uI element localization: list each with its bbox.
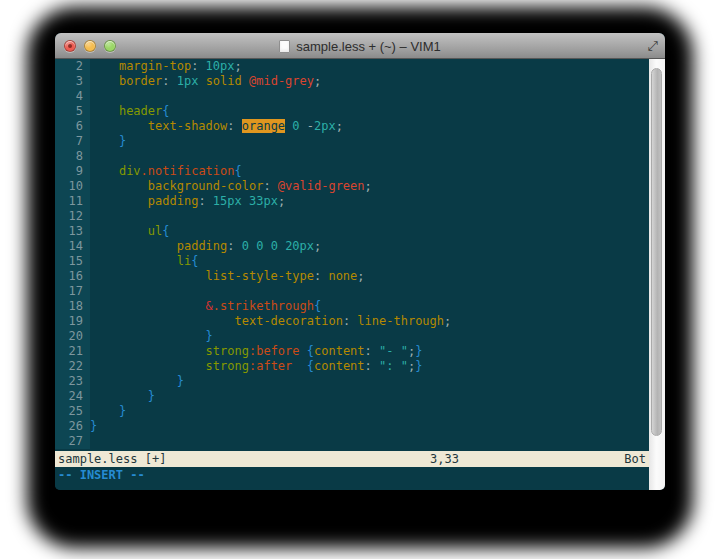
code-line[interactable]: 19 text-decoration: line-through;	[55, 314, 649, 329]
code-line[interactable]: 17	[55, 284, 649, 299]
code-text: li{	[90, 254, 198, 269]
editor-column: 2 margin-top: 10px;3 border: 1px solid @…	[55, 59, 649, 490]
line-number: 9	[55, 164, 90, 179]
line-number: 7	[55, 134, 90, 149]
line-number: 26	[55, 419, 90, 434]
line-number: 18	[55, 299, 90, 314]
scrollbar-track[interactable]	[649, 59, 665, 490]
code-line[interactable]: 24 }	[55, 389, 649, 404]
line-number: 8	[55, 149, 90, 164]
line-number: 13	[55, 224, 90, 239]
code-text: }	[90, 134, 126, 149]
code-line[interactable]: 15 li{	[55, 254, 649, 269]
line-number: 21	[55, 344, 90, 359]
status-scroll-position: Bot	[624, 451, 646, 467]
code-line[interactable]: 7 }	[55, 134, 649, 149]
line-number: 2	[55, 59, 90, 74]
code-line[interactable]: 14 padding: 0 0 0 20px;	[55, 239, 649, 254]
line-number: 16	[55, 269, 90, 284]
code-text: padding: 0 0 0 20px;	[90, 239, 321, 254]
line-number: 25	[55, 404, 90, 419]
code-text: &.strikethrough{	[90, 299, 321, 314]
line-number: 20	[55, 329, 90, 344]
code-line[interactable]: 23 }	[55, 374, 649, 389]
code-text: strong:before {content: "- ";}	[90, 344, 422, 359]
line-number: 6	[55, 119, 90, 134]
code-line[interactable]: 18 &.strikethrough{	[55, 299, 649, 314]
code-text: strong:after {content: ": ";}	[90, 359, 422, 374]
vim-window: sample.less + (~) – VIM1 ⤢ 2 margin-top:…	[55, 33, 665, 490]
line-number: 14	[55, 239, 90, 254]
fullscreen-icon[interactable]: ⤢	[648, 38, 658, 54]
line-number: 22	[55, 359, 90, 374]
titlebar[interactable]: sample.less + (~) – VIM1 ⤢	[55, 33, 665, 59]
code-text: }	[90, 329, 213, 344]
command-line: -- INSERT --	[55, 467, 649, 483]
code-text: }	[90, 404, 126, 419]
code-text: padding: 15px 33px;	[90, 194, 285, 209]
line-number: 23	[55, 374, 90, 389]
line-number: 19	[55, 314, 90, 329]
code-line[interactable]: 11 padding: 15px 33px;	[55, 194, 649, 209]
line-number: 10	[55, 179, 90, 194]
status-cursor-position: 3,33	[430, 451, 459, 467]
code-line[interactable]: 21 strong:before {content: "- ";}	[55, 344, 649, 359]
code-line[interactable]: 27	[55, 434, 649, 449]
code-line[interactable]: 2 margin-top: 10px;	[55, 59, 649, 74]
code-text: margin-top: 10px;	[90, 59, 242, 74]
code-text: header{	[90, 104, 170, 119]
code-text: text-shadow: orange 0 -2px;	[90, 119, 343, 134]
code-line[interactable]: 3 border: 1px solid @mid-grey;	[55, 74, 649, 89]
line-number: 11	[55, 194, 90, 209]
code-line[interactable]: 9 div.notification{	[55, 164, 649, 179]
code-line[interactable]: 6 text-shadow: orange 0 -2px;	[55, 119, 649, 134]
editor-main: 2 margin-top: 10px;3 border: 1px solid @…	[55, 59, 665, 490]
code-text: div.notification{	[90, 164, 242, 179]
line-number: 12	[55, 209, 90, 224]
code-line[interactable]: 22 strong:after {content: ": ";}	[55, 359, 649, 374]
code-line[interactable]: 5 header{	[55, 104, 649, 119]
code-line[interactable]: 12	[55, 209, 649, 224]
line-number: 17	[55, 284, 90, 299]
line-number: 4	[55, 89, 90, 104]
code-line[interactable]: 13 ul{	[55, 224, 649, 239]
code-line[interactable]: 26}	[55, 419, 649, 434]
document-icon	[279, 40, 290, 53]
line-number: 24	[55, 389, 90, 404]
code-text: }	[90, 419, 97, 434]
mode-indicator: -- INSERT --	[58, 468, 145, 482]
code-text: ul{	[90, 224, 169, 239]
window-title-area: sample.less + (~) – VIM1	[55, 33, 665, 59]
code-line[interactable]: 16 list-style-type: none;	[55, 269, 649, 284]
code-text: border: 1px solid @mid-grey;	[90, 74, 321, 89]
code-text: text-decoration: line-through;	[90, 314, 451, 329]
status-file-label: sample.less [+]	[58, 452, 166, 466]
code-line[interactable]: 25 }	[55, 404, 649, 419]
page: sample.less + (~) – VIM1 ⤢ 2 margin-top:…	[0, 0, 720, 559]
code-lines[interactable]: 2 margin-top: 10px;3 border: 1px solid @…	[55, 59, 649, 451]
line-number: 5	[55, 104, 90, 119]
line-number: 27	[55, 434, 90, 449]
code-line[interactable]: 20 }	[55, 329, 649, 344]
window-title: sample.less + (~) – VIM1	[296, 39, 441, 54]
code-text: list-style-type: none;	[90, 269, 365, 284]
code-line[interactable]: 4	[55, 89, 649, 104]
scrollbar-thumb[interactable]	[651, 68, 662, 436]
code-line[interactable]: 10 background-color: @valid-green;	[55, 179, 649, 194]
code-text: }	[90, 374, 184, 389]
code-text: background-color: @valid-green;	[90, 179, 372, 194]
code-text: }	[90, 389, 155, 404]
line-number: 15	[55, 254, 90, 269]
code-line[interactable]: 8	[55, 149, 649, 164]
line-number: 3	[55, 74, 90, 89]
search-highlight: orange	[242, 119, 285, 133]
status-bar: sample.less [+] 3,33 Bot	[55, 451, 649, 467]
